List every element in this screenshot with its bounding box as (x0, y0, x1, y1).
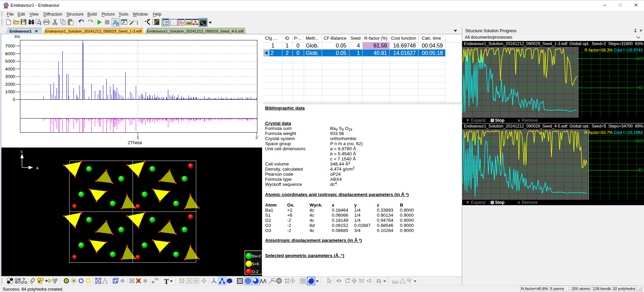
svg-text:c: c (21, 149, 23, 154)
svg-text:5000: 5000 (5, 59, 15, 64)
svg-text:R-factor=50.7%: R-factor=50.7% (584, 130, 613, 135)
svg-text:50: 50 (639, 168, 643, 173)
svg-text:2: 2 (255, 135, 258, 140)
svg-text:100: 100 (637, 56, 644, 61)
svg-text:Cost f.=15.9743: Cost f.=15.9743 (614, 48, 643, 53)
svg-text:2Theta: 2Theta (128, 140, 142, 145)
svg-text:Cost f.=15.1063: Cost f.=15.1063 (614, 130, 643, 135)
svg-text:Ba+2: Ba+2 (252, 254, 261, 258)
svg-text:R-factor=58.3%: R-factor=58.3% (584, 48, 613, 53)
svg-text:4000: 4000 (5, 66, 15, 72)
svg-text:1000: 1000 (5, 89, 15, 94)
svg-text:Fe: Fe (155, 277, 159, 281)
svg-text:O-2: O-2 (252, 270, 258, 274)
svg-text:hkl: hkl (187, 22, 191, 25)
svg-text:c: c (269, 282, 270, 285)
svg-text:Int.: Int. (15, 35, 21, 39)
svg-text:1: 1 (136, 135, 139, 140)
svg-text:100: 100 (637, 139, 644, 143)
svg-text:b: b (274, 280, 276, 283)
svg-text:6000: 6000 (5, 51, 15, 56)
svg-text:50: 50 (639, 85, 643, 90)
svg-text:i: i (136, 19, 138, 26)
svg-text:S+6: S+6 (252, 262, 259, 266)
svg-text:3000: 3000 (5, 74, 15, 79)
svg-text:a: a (36, 166, 39, 170)
svg-text:T: T (164, 277, 169, 285)
svg-text:a: a (273, 277, 274, 279)
svg-text:2000: 2000 (5, 82, 15, 87)
svg-text:0: 0 (13, 97, 15, 102)
svg-text:7000: 7000 (5, 43, 15, 48)
